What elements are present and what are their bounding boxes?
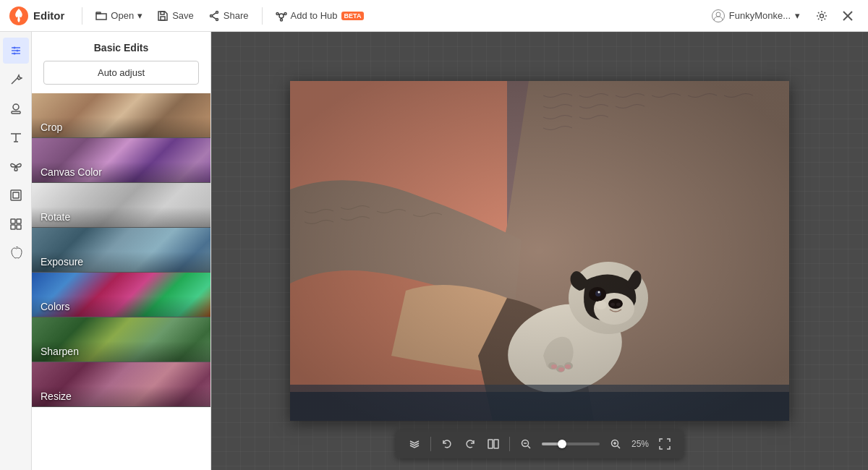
user-menu-button[interactable]: FunkyMonke... ▾ [705,7,807,25]
svg-line-8 [212,16,216,18]
text-icon [9,131,22,144]
close-button[interactable] [836,4,859,27]
butterfly-icon [9,160,22,173]
svg-rect-36 [17,219,21,223]
frame-icon [9,189,22,202]
svg-rect-34 [13,192,19,198]
canvas-color-label: Canvas Color [32,162,210,182]
header-right: FunkyMonke... ▾ [705,4,859,27]
header-divider-2 [262,7,263,25]
adjust-tool-button[interactable] [3,38,29,64]
toolbar-separator-1 [430,437,431,451]
colors-option[interactable]: Colors [32,273,210,317]
zoom-out-button[interactable] [516,434,536,454]
exposure-option[interactable]: Exposure [32,228,210,273]
zoom-percent: 25% [629,439,652,449]
save-icon [157,10,169,22]
compare-button[interactable] [483,434,503,454]
stamp-tool-button[interactable] [3,95,29,121]
canvas-image-container [290,81,789,421]
logo: Editor [9,6,64,26]
svg-point-12 [280,19,282,21]
svg-rect-38 [17,225,21,229]
zoom-in-button[interactable] [605,434,626,454]
svg-line-64 [528,446,531,449]
panel-title: Basic Edits [32,32,210,61]
more-tool-button[interactable] [3,240,29,266]
toolbar-separator-2 [509,437,510,451]
magic-tool-button[interactable] [3,67,29,93]
svg-rect-59 [290,81,789,421]
apple-icon [9,247,22,260]
sliders-icon [9,44,22,57]
svg-point-28 [13,104,19,110]
layers-button[interactable] [404,434,425,454]
zoom-out-icon [521,439,531,449]
sharpen-label: Sharpen [32,341,210,362]
svg-line-27 [12,78,17,84]
svg-rect-2 [161,17,165,20]
effects-tool-button[interactable] [3,153,29,179]
text-tool-button[interactable] [3,124,29,150]
svg-rect-33 [11,190,21,200]
svg-line-14 [283,14,284,14]
canvas-color-option[interactable]: Canvas Color [32,138,210,183]
exposure-label: Exposure [32,252,210,272]
add-to-hub-button[interactable]: Add to Hub Beta [268,7,372,25]
svg-point-18 [820,14,824,17]
edit-panel: Basic Edits Auto adjust Crop Canvas Colo… [32,32,211,470]
logo-icon [9,6,29,26]
resize-option[interactable]: Resize [32,362,210,407]
save-button[interactable]: Save [150,7,201,25]
frame-tool-button[interactable] [3,182,29,208]
share-icon [208,10,220,22]
svg-rect-37 [11,225,15,229]
stamp-icon [9,102,22,115]
svg-point-25 [16,50,18,52]
undo-button[interactable] [437,434,457,454]
undo-icon [441,438,453,450]
canvas-image [290,81,789,421]
sharpen-option[interactable]: Sharpen [32,317,210,362]
colors-label: Colors [32,296,210,317]
auto-adjust-button[interactable]: Auto adjust [43,61,199,85]
svg-point-17 [716,12,720,17]
share-button[interactable]: Share [201,7,256,25]
crop-option[interactable]: Crop [32,93,210,138]
svg-point-26 [13,53,15,55]
svg-line-7 [212,12,216,14]
bottom-toolbar: 25% [396,430,684,458]
svg-point-5 [216,18,218,20]
header: Editor Open ▾ Save Share [0,0,868,32]
open-icon [95,10,107,22]
resize-label: Resize [32,386,210,406]
edit-options-list: Crop Canvas Color Rotate Exposure Colors [32,93,210,470]
redo-button[interactable] [460,434,480,454]
svg-rect-3 [161,12,164,14]
zoom-slider[interactable] [542,443,600,445]
settings-icon [816,10,827,22]
svg-point-4 [216,11,218,13]
header-divider-1 [82,7,82,25]
svg-line-68 [618,446,621,449]
svg-point-11 [284,12,286,14]
zoom-in-icon [610,439,621,449]
svg-point-24 [13,47,15,49]
rotate-label: Rotate [32,207,210,227]
fullscreen-button[interactable] [655,434,675,454]
layers-icon [409,438,420,450]
left-toolbar [0,32,32,470]
overlay-tool-button[interactable] [3,211,29,237]
main-layout: Basic Edits Auto adjust Crop Canvas Colo… [0,32,868,470]
zoom-track [542,443,559,445]
rotate-option[interactable]: Rotate [32,183,210,228]
open-button[interactable]: Open ▾ [88,7,150,25]
beta-badge: Beta [341,12,365,20]
user-icon [712,9,725,22]
settings-button[interactable] [810,4,833,27]
svg-line-13 [278,14,280,14]
fullscreen-icon [659,438,671,450]
svg-rect-35 [11,219,15,223]
canvas-area: 25% [211,32,868,470]
zoom-thumb [558,440,566,448]
